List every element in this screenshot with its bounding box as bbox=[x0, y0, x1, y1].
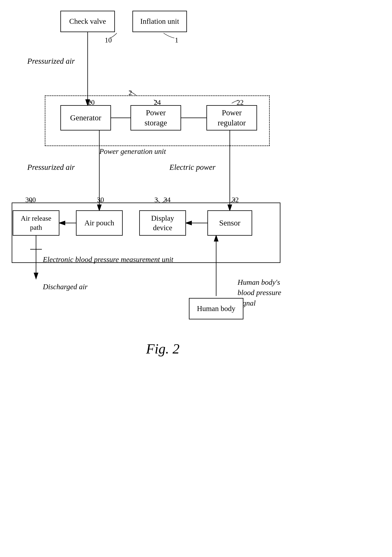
check-valve-label: Check valve bbox=[69, 16, 106, 26]
ref-20: 20 bbox=[88, 98, 95, 106]
ref-3: 3 bbox=[155, 196, 158, 204]
generator-label: Generator bbox=[70, 113, 101, 123]
sensor-label: Sensor bbox=[219, 218, 240, 228]
pressurized-air-mid-label: Pressurized air bbox=[27, 163, 75, 172]
check-valve-box: Check valve bbox=[60, 11, 115, 32]
inflation-unit-box: Inflation unit bbox=[132, 11, 187, 32]
generator-box: Generator bbox=[60, 105, 111, 131]
air-release-box: Air release path bbox=[13, 210, 59, 236]
power-storage-box: Power storage bbox=[131, 105, 181, 131]
blood-pressure-signal-label: Human body's blood pressure signal bbox=[237, 267, 281, 308]
ref-10: 10 bbox=[105, 36, 112, 44]
display-device-label: Display device bbox=[151, 213, 174, 233]
diagram-container: Check valve Inflation unit 10 1 Pressuri… bbox=[0, 0, 392, 557]
power-storage-label: Power storage bbox=[145, 108, 167, 128]
ref-32: 32 bbox=[232, 196, 239, 204]
air-pouch-box: Air pouch bbox=[76, 210, 123, 236]
discharged-air-label: Discharged air bbox=[43, 282, 88, 291]
pressurized-air-top-label: Pressurized air bbox=[27, 57, 75, 66]
sensor-box: Sensor bbox=[207, 210, 252, 236]
human-body-box: Human body bbox=[189, 298, 243, 319]
diagram-arrows bbox=[0, 0, 392, 557]
human-body-label: Human body bbox=[197, 304, 235, 313]
ref-300: 300 bbox=[25, 196, 36, 204]
electronic-bp-label: Electronic blood pressure measurement un… bbox=[43, 255, 173, 264]
figure-label: Fig. 2 bbox=[146, 341, 180, 357]
ref-22: 22 bbox=[237, 98, 244, 106]
ref-1: 1 bbox=[175, 36, 178, 44]
ref-2: 2 bbox=[129, 89, 132, 97]
air-release-label: Air release path bbox=[21, 214, 51, 232]
power-generation-label: Power generation unit bbox=[99, 147, 166, 156]
power-regulator-label: Power regulator bbox=[218, 108, 246, 128]
inflation-unit-label: Inflation unit bbox=[140, 16, 179, 26]
air-pouch-label: Air pouch bbox=[84, 218, 114, 228]
display-device-box: Display device bbox=[139, 210, 186, 236]
ref-24: 24 bbox=[154, 98, 161, 106]
ref-34: 34 bbox=[163, 196, 171, 204]
ref-30: 30 bbox=[97, 196, 104, 204]
power-regulator-box: Power regulator bbox=[206, 105, 257, 131]
electric-power-label: Electric power bbox=[169, 163, 216, 172]
